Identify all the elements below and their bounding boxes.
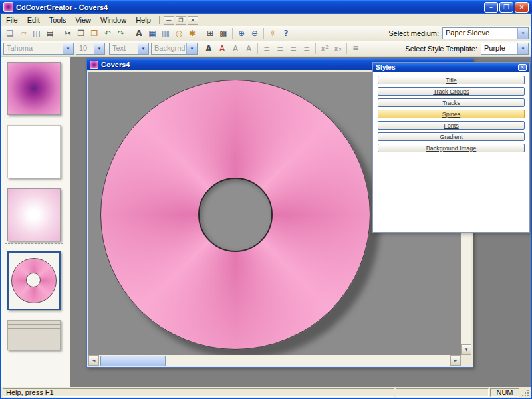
menu-tools[interactable]: Tools [45,15,71,25]
list-icon[interactable]: ≣ [349,42,362,55]
style-template-label: Select Style Template: [405,45,477,53]
document-title: Covers4 [101,61,130,68]
paste-icon[interactable]: ❒ [88,27,101,40]
thumbnail-cd-label-selected[interactable] [7,251,61,310]
toolbar-separator [200,43,200,54]
medium-select[interactable]: Paper Sleeve ▾ [442,27,529,39]
background-color-select[interactable]: Backgrnd ▾ [151,43,198,55]
cut-icon[interactable]: ✂ [61,27,74,40]
menu-view[interactable]: View [70,15,96,25]
text-color-value: Text [110,43,138,54]
bold-icon[interactable]: A [202,42,215,55]
mdi-workspace: Covers4 ▲ ▼ ◄ ► [70,57,531,387]
save-icon[interactable]: ◫ [30,27,43,40]
menu-file[interactable]: File [1,15,23,25]
zoom-in-icon[interactable]: ⊕ [235,27,248,40]
page-thumbnail-panel [1,57,70,387]
wizard-icon[interactable]: ✱ [186,27,199,40]
styles-close-icon[interactable]: × [518,64,527,71]
styles-palette-titlebar[interactable]: Styles × [373,63,529,72]
font-name-value: Tahoma [4,43,63,54]
redo-icon[interactable]: ↷ [114,27,128,40]
image-icon[interactable]: ▦ [146,27,159,40]
close-button[interactable]: × [515,2,529,13]
align-right-icon[interactable]: ≡ [287,42,300,55]
cd-center-hole [198,178,273,252]
zoom-out-icon[interactable]: ⊖ [248,27,261,40]
table-icon[interactable]: ▥ [159,27,172,40]
mini-disc-preview [11,258,57,303]
open-folder-icon[interactable]: ▱ [17,27,30,40]
chevron-down-icon[interactable]: ▾ [517,28,528,39]
font-decrease-icon[interactable]: A [242,42,255,55]
menu-window[interactable]: Window [96,15,131,25]
print-icon[interactable]: ▤ [43,27,57,40]
align-center-icon[interactable]: ≡ [273,42,287,55]
superscript-icon[interactable]: x² [318,42,331,55]
align-justify-icon[interactable]: ≡ [300,42,313,55]
minimize-button[interactable]: – [484,2,498,13]
help-icon[interactable]: ? [279,27,293,40]
font-increase-icon[interactable]: A [229,42,242,55]
chevron-down-icon[interactable]: ▾ [138,43,148,54]
style-template-select[interactable]: Purple ▾ [481,43,529,55]
tip-icon[interactable]: ☼ [266,27,279,40]
status-bar: Help, press F1 NUM [1,387,531,398]
chevron-down-icon[interactable]: ▾ [517,43,528,54]
mdi-minimize-button[interactable]: — [164,16,174,25]
text-tool-icon[interactable]: A [132,27,146,40]
chevron-down-icon[interactable]: ▾ [186,43,197,54]
font-name-select[interactable]: Tahoma ▾ [3,43,74,55]
thumbnail-tracklist[interactable] [7,320,61,350]
style-button-track-groups[interactable]: Track Groups [378,87,525,96]
horizontal-scrollbar[interactable]: ◄ ► [88,355,461,366]
chevron-down-icon[interactable]: ▾ [63,43,73,54]
scrollbar-corner [461,355,471,366]
scroll-down-icon[interactable]: ▼ [461,344,471,355]
style-button-spines[interactable]: Spines [378,110,525,118]
toolbar-separator [257,43,258,54]
medium-value: Paper Sleeve [443,28,517,39]
font-color-icon[interactable]: A [215,42,229,55]
toolbar-separator [59,28,59,39]
style-template-value: Purple [481,43,517,54]
chevron-down-icon[interactable]: ▾ [94,43,104,54]
cd-disc-artwork[interactable] [100,80,370,350]
thumbnail-inside-cover[interactable] [7,125,61,178]
horizontal-scroll-thumb[interactable] [100,356,166,366]
menu-help[interactable]: Help [131,15,156,25]
document-icon [90,61,98,69]
style-button-background-image[interactable]: Background Image [378,144,525,152]
styles-button-list: Title Track Groups Tracks Spines Fonts G… [373,72,529,156]
new-document-icon[interactable]: ❏ [3,27,17,40]
text-color-select[interactable]: Text ▾ [109,43,149,55]
mdi-restore-button[interactable]: ❐ [176,16,186,25]
mdi-close-button[interactable]: × [188,16,198,25]
toolbar-separator [232,28,233,39]
scroll-left-icon[interactable]: ◄ [88,355,99,366]
background-color-value: Backgrnd [152,43,186,54]
subscript-icon[interactable]: x₂ [331,42,344,55]
scroll-right-icon[interactable]: ► [450,355,461,366]
chart-icon[interactable]: ▩ [217,27,230,40]
status-help-text: Help, press F1 [3,388,394,397]
thumbnail-front-cover[interactable] [7,62,61,115]
copy-icon[interactable]: ❐ [74,27,88,40]
align-left-icon[interactable]: ≡ [260,42,273,55]
style-button-title[interactable]: Title [378,76,525,84]
maximize-button[interactable]: ❐ [499,2,513,13]
cd-icon[interactable]: ◎ [172,27,186,40]
window-title: CdCoverCreator - Covers4 [16,3,108,11]
menu-edit[interactable]: Edit [23,15,45,25]
styles-palette[interactable]: Styles × Title Track Groups Tracks Spine… [372,62,530,233]
app-icon [3,2,13,12]
font-size-select[interactable]: 10 ▾ [76,43,105,55]
style-button-tracks[interactable]: Tracks [378,98,525,107]
thumbnail-back-cover[interactable] [7,188,61,241]
grid-icon[interactable]: ⊞ [203,27,217,40]
style-button-gradient[interactable]: Gradient [378,132,525,141]
resize-grip[interactable] [521,388,529,397]
undo-icon[interactable]: ↶ [101,27,114,40]
style-button-fonts[interactable]: Fonts [378,121,525,130]
toolbar-separator [130,28,130,39]
